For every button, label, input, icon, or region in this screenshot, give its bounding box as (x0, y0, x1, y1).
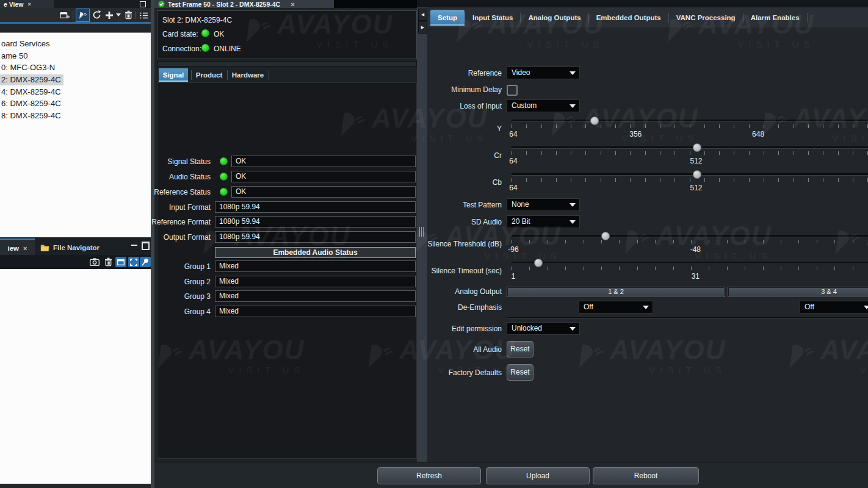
delete-icon[interactable] (123, 10, 134, 20)
collapse-left-arrow[interactable]: ◀ (418, 9, 427, 21)
tree-item[interactable]: ame 50 (0, 51, 30, 62)
slider-track[interactable] (512, 146, 868, 149)
connection-label: Connection: (162, 45, 201, 53)
slider-tick-label: 648 (752, 130, 764, 138)
silence-timeout-slider[interactable]: 131 (507, 258, 868, 285)
cr-slider[interactable]: 64512 (507, 143, 868, 170)
de-emphasis-dropdown-1[interactable]: Off (579, 301, 653, 314)
refresh-icon[interactable] (91, 10, 102, 20)
tab-close-icon[interactable]: × (28, 1, 31, 7)
slot-line: Slot 2: DMX-8259-4C (162, 16, 232, 24)
tab-tree-view[interactable]: e View × (0, 0, 54, 8)
slider-thumb[interactable] (693, 143, 701, 152)
slider-thumb[interactable] (590, 117, 599, 125)
de-emphasis-dropdown-2[interactable]: Off (800, 301, 868, 314)
dropdown-caret-icon (643, 306, 649, 309)
group-2-field: Mixed (215, 276, 416, 287)
reference-label: Reference (411, 69, 502, 78)
slider-thumb[interactable] (534, 259, 543, 267)
reference-status-field: OK (231, 186, 416, 198)
tab-view[interactable]: iew × (0, 239, 35, 256)
tab-hardware[interactable]: Hardware (229, 68, 267, 82)
pin-icon[interactable] (140, 257, 151, 267)
new-window-icon[interactable] (59, 10, 70, 20)
list-view-icon[interactable] (138, 10, 149, 21)
tab-close-icon[interactable]: × (23, 245, 27, 252)
tab-analog-outputs[interactable]: Analog Outputs (521, 10, 588, 26)
test-pattern-dropdown[interactable]: None (507, 198, 580, 211)
tree-item-selected[interactable]: 2: DMX-8259-4C (0, 74, 63, 85)
panel-maximize-icon[interactable] (140, 1, 146, 7)
silence-timeout-label: Silence Timeout (sec) (411, 267, 502, 276)
loss-of-input-label: Loss of Input (411, 102, 502, 111)
tab-signal[interactable]: Signal (159, 68, 188, 82)
panel-maximize-icon[interactable] (142, 242, 150, 250)
expand-fullscreen-icon[interactable] (128, 257, 139, 267)
sd-audio-dropdown[interactable]: 20 Bit (507, 215, 580, 228)
reference-format-label: Reference Format (150, 218, 211, 227)
tab-alarm-enables[interactable]: Alarm Enables (743, 10, 807, 26)
tab-vanc-processing[interactable]: VANC Processing (669, 10, 743, 26)
tab-file-navigator[interactable]: File Navigator (37, 240, 131, 255)
add-dropdown-caret-icon[interactable] (116, 13, 121, 16)
tab-setup[interactable]: Setup (430, 10, 465, 26)
panel-layout-icon[interactable] (115, 257, 126, 267)
slider-ticks (512, 240, 868, 243)
analog-output-segment-1-2[interactable]: 1 & 2 (507, 287, 725, 297)
slider-tick-labels: 64512 (512, 184, 868, 192)
tree-item[interactable]: 8: DMX-8259-4C (0, 110, 63, 121)
connection-value: ONLINE (214, 45, 241, 53)
all-audio-label: All Audio (411, 345, 502, 354)
factory-defaults-reset-button[interactable]: Reset (507, 364, 533, 381)
cb-slider[interactable]: 64512 (507, 170, 868, 196)
upload-button[interactable]: Upload (486, 467, 590, 484)
tab-close-icon[interactable]: × (291, 1, 294, 8)
right-top-strip (417, 0, 868, 7)
all-audio-reset-button[interactable]: Reset (507, 341, 533, 357)
slider-track[interactable] (512, 235, 868, 237)
edit-permission-dropdown[interactable]: Unlocked (507, 322, 580, 335)
dropdown-caret-icon (570, 220, 576, 224)
tab-separator (191, 70, 192, 80)
slider-tick-label: 512 (690, 184, 702, 192)
panel-minimize-icon[interactable] (131, 245, 137, 246)
card-tabbar: Test Frame 50 - Slot 2 - DMX-8259-4C × (154, 0, 417, 8)
satellite-icon[interactable] (76, 9, 90, 22)
loss-of-input-dropdown[interactable]: Custom (507, 99, 580, 112)
slider-tick-label: 31 (692, 272, 700, 281)
delete-icon[interactable] (103, 257, 114, 267)
tab-embedded-outputs[interactable]: Embedded Outputs (589, 10, 668, 26)
slider-track[interactable] (512, 173, 868, 176)
y-slider[interactable]: 64356648 (507, 116, 868, 143)
check-circle-icon (158, 1, 165, 7)
analog-output-segment-3-4[interactable]: 3 & 4 (728, 287, 868, 297)
tree-item[interactable]: 4: DMX-8259-4C (0, 87, 63, 98)
tree-item[interactable]: 6: DMX-8259-4C (0, 98, 63, 109)
slider-thumb[interactable] (601, 232, 610, 240)
tab-input-status[interactable]: Input Status (465, 10, 520, 26)
tree-item[interactable]: oard Services (0, 38, 52, 49)
silence-threshold-slider[interactable]: -96-48 (507, 231, 868, 258)
refresh-button[interactable]: Refresh (377, 467, 481, 484)
de-emphasis-value-2: Off (805, 303, 814, 311)
reference-status-label: Reference Status (150, 188, 211, 197)
tab-product[interactable]: Product (193, 68, 225, 82)
signal-status-label: Signal Status (156, 157, 211, 167)
collapse-right-arrow[interactable]: ▶ (418, 21, 427, 34)
minimum-delay-checkbox[interactable] (507, 85, 518, 96)
tree-item[interactable]: 0: MFC-OG3-N (0, 62, 57, 73)
slider-thumb[interactable] (693, 170, 701, 179)
slider-track[interactable] (512, 262, 868, 264)
test-pattern-value: None (512, 200, 529, 209)
reference-dropdown[interactable]: Video (507, 66, 580, 79)
reboot-button[interactable]: Reboot (593, 467, 699, 484)
signal-status-led (220, 157, 228, 165)
slider-track[interactable] (512, 120, 868, 122)
tab-card[interactable]: Test Frame 50 - Slot 2 - DMX-8259-4C × (154, 0, 334, 8)
snapshot-icon[interactable] (89, 257, 100, 267)
reference-format-field: 1080p 59.94 (215, 216, 416, 228)
splitter-grip[interactable] (419, 227, 425, 237)
group-2-label: Group 2 (156, 278, 211, 287)
tab-tree-view-label: e View (4, 1, 24, 8)
add-icon[interactable] (104, 10, 115, 20)
